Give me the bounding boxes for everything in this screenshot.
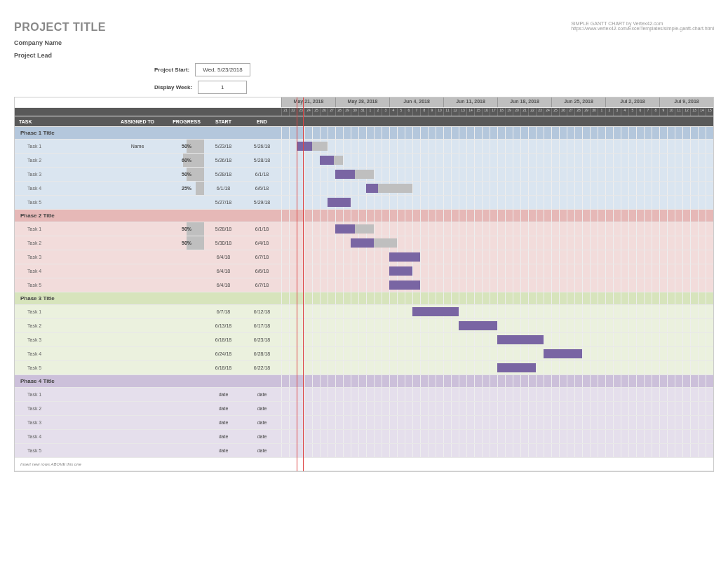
task-end[interactable]: 6/7/18 [243,278,281,292]
task-name[interactable]: Task 2 [15,402,106,415]
task-progress[interactable] [169,361,204,374]
task-assigned[interactable] [106,196,169,209]
task-name[interactable]: Task 5 [15,444,106,457]
task-progress[interactable] [169,305,204,318]
gantt-bar[interactable] [544,349,582,358]
task-row[interactable]: Task 3 date date [15,416,713,430]
project-title[interactable]: PROJECT TITLE [14,21,106,34]
task-start[interactable]: 6/4/18 [204,278,243,292]
gantt-bar[interactable] [320,156,343,165]
task-start[interactable]: 6/18/18 [204,361,243,374]
task-assigned[interactable] [106,236,169,250]
task-progress[interactable]: 25% [169,182,204,195]
task-assigned[interactable] [106,333,169,346]
task-progress[interactable] [169,278,204,292]
task-progress[interactable] [169,319,204,332]
task-assigned[interactable] [106,264,169,278]
task-start[interactable]: 5/30/18 [204,236,243,250]
task-end[interactable]: 6/28/18 [243,347,281,360]
task-progress[interactable] [169,264,204,278]
task-name[interactable]: Task 4 [15,264,106,278]
phase-header[interactable]: Phase 1 Title [15,127,713,140]
task-start[interactable]: 5/23/18 [204,140,243,153]
project-lead[interactable]: Project Lead [14,52,106,59]
phase-header[interactable]: Phase 4 Title [15,375,713,388]
task-name[interactable]: Task 2 [15,236,106,250]
task-end[interactable]: date [243,444,281,457]
task-row[interactable]: Task 4 6/24/18 6/28/18 [15,347,713,361]
display-week-input[interactable]: 1 [198,81,247,94]
task-row[interactable]: Task 3 6/18/18 6/23/18 [15,333,713,347]
gantt-bar[interactable] [335,170,374,179]
task-end[interactable]: date [243,402,281,415]
gantt-bar[interactable] [412,307,459,316]
task-assigned[interactable] [106,430,169,443]
task-assigned[interactable] [106,182,169,195]
task-end[interactable]: 6/12/18 [243,305,281,318]
task-name[interactable]: Task 3 [15,416,106,429]
task-name[interactable]: Task 2 [15,154,106,167]
gantt-bar[interactable] [351,238,397,248]
task-assigned[interactable] [106,222,169,236]
task-end[interactable]: 5/28/18 [243,154,281,167]
task-end[interactable]: 6/6/18 [243,264,281,278]
task-end[interactable]: 5/26/18 [243,140,281,153]
task-name[interactable]: Task 4 [15,430,106,443]
task-assigned[interactable] [106,154,169,167]
task-name[interactable]: Task 4 [15,182,106,195]
task-row[interactable]: Task 4 date date [15,430,713,444]
task-row[interactable]: Task 2 date date [15,402,713,416]
task-name[interactable]: Task 1 [15,305,106,318]
task-assigned[interactable] [106,319,169,332]
task-name[interactable]: Task 2 [15,319,106,332]
task-end[interactable]: 6/7/18 [243,250,281,264]
task-name[interactable]: Task 1 [15,140,106,153]
gantt-bar[interactable] [389,280,420,290]
task-progress[interactable] [169,347,204,360]
gantt-bar[interactable] [366,184,412,193]
gantt-bar[interactable] [297,142,328,151]
task-name[interactable]: Task 3 [15,333,106,346]
credit-link[interactable]: https://www.vertex42.com/ExcelTemplates/… [571,26,714,31]
task-progress[interactable]: 50% [169,140,204,153]
task-name[interactable]: Task 5 [15,278,106,292]
task-assigned[interactable]: Name [106,140,169,153]
task-progress[interactable] [169,196,204,209]
task-name[interactable]: Task 3 [15,168,106,181]
task-progress[interactable]: 50% [169,222,204,236]
task-row[interactable]: Task 2 60% 5/26/18 5/28/18 [15,154,713,168]
task-row[interactable]: Task 3 6/4/18 6/7/18 [15,250,713,264]
task-row[interactable]: Task 5 6/4/18 6/7/18 [15,278,713,292]
gantt-bar[interactable] [389,266,412,276]
gantt-bar[interactable] [497,335,544,344]
task-assigned[interactable] [106,305,169,318]
task-end[interactable]: 6/1/18 [243,222,281,236]
task-row[interactable]: Task 1 date date [15,388,713,402]
task-progress[interactable]: 50% [169,168,204,181]
task-end[interactable]: 6/4/18 [243,236,281,250]
task-assigned[interactable] [106,444,169,457]
task-row[interactable]: Task 4 25% 6/1/18 6/6/18 [15,182,713,196]
task-start[interactable]: 5/28/18 [204,168,243,181]
task-row[interactable]: Task 3 50% 5/28/18 6/1/18 [15,168,713,182]
task-row[interactable]: Task 5 6/18/18 6/22/18 [15,361,713,375]
task-progress[interactable] [169,388,204,401]
task-assigned[interactable] [106,347,169,360]
task-start[interactable]: 6/18/18 [204,333,243,346]
gantt-bar[interactable] [335,224,374,234]
task-end[interactable]: 6/17/18 [243,319,281,332]
task-start[interactable]: 6/4/18 [204,250,243,264]
task-assigned[interactable] [106,361,169,374]
task-start[interactable]: 6/1/18 [204,182,243,195]
task-name[interactable]: Task 5 [15,361,106,374]
task-end[interactable]: 6/23/18 [243,333,281,346]
task-start[interactable]: 5/28/18 [204,222,243,236]
task-row[interactable]: Task 2 50% 5/30/18 6/4/18 [15,236,713,250]
task-assigned[interactable] [106,388,169,401]
task-end[interactable]: 6/6/18 [243,182,281,195]
task-end[interactable]: date [243,430,281,443]
task-start[interactable]: 6/13/18 [204,319,243,332]
task-row[interactable]: Task 1 6/7/18 6/12/18 [15,305,713,319]
company-name[interactable]: Company Name [14,39,106,46]
task-start[interactable]: date [204,402,243,415]
